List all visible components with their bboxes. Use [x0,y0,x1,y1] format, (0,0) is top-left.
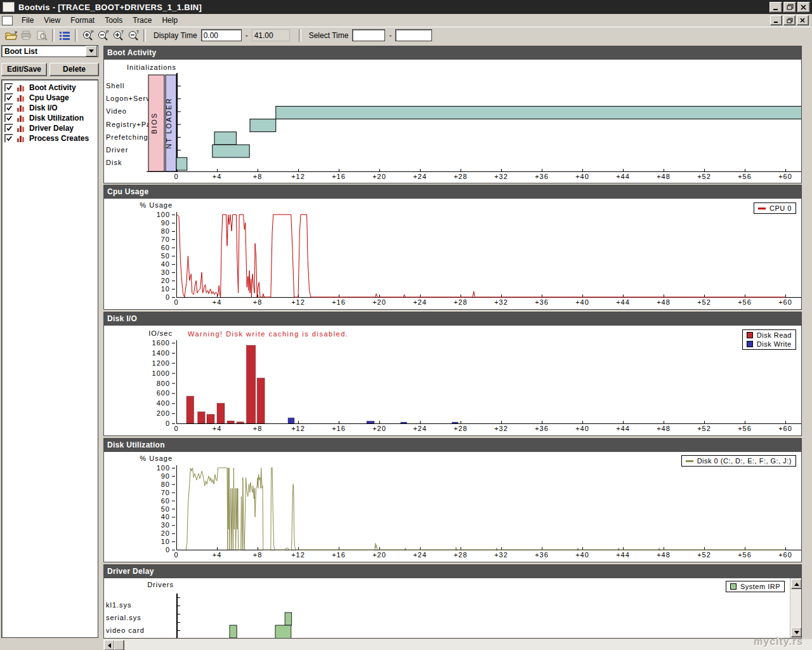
open-file-button[interactable] [4,29,19,43]
svg-text:kl1.sys: kl1.sys [106,601,132,609]
svg-text:Driver: Driver [106,146,128,154]
toolbar-separator [75,29,77,42]
zoom-in-t-button[interactable]: T [110,29,126,43]
combo-dropdown-button[interactable] [86,46,97,56]
menu-tools[interactable]: Tools [100,15,128,26]
svg-text:+56: +56 [738,173,752,180]
menu-trace[interactable]: Trace [128,15,157,26]
title-bar: Bootvis - [TRACE_BOOT+DRIVERS_1_1.BIN] [0,0,812,14]
checkbox-checked[interactable] [4,134,13,143]
mdi-minimize-button[interactable] [770,15,782,25]
svg-text:+8: +8 [253,425,263,432]
delete-button[interactable]: Delete [49,63,99,76]
driver-delay-chart: System IRP Driverskl1.sysserial.sysvideo… [104,578,801,638]
list-item-cpu-usage[interactable]: Cpu Usage [2,93,98,103]
window-title: Bootvis - [TRACE_BOOT+DRIVERS_1_1.BIN] [18,3,202,12]
svg-text:+20: +20 [372,425,386,432]
horizontal-scrollbar-thumb[interactable] [114,640,124,650]
svg-text:+36: +36 [535,425,549,432]
list-item-disk-io[interactable]: Disk I/O [2,103,98,113]
panel-title-driver-delay: Driver Delay [104,565,801,578]
svg-text:BIOS: BIOS [150,112,158,134]
checkbox-checked[interactable] [4,114,13,123]
select-time-from-input[interactable] [352,29,385,41]
svg-text:800: 800 [157,380,170,387]
mdi-restore-button[interactable] [783,15,796,25]
panel-cpu-usage: Cpu Usage CPU 0 % Usage01020304050607080… [103,185,802,310]
svg-text:+44: +44 [616,425,630,432]
list-item-label: Disk Utilization [29,114,84,123]
svg-text:+8: +8 [253,298,263,306]
menu-help[interactable]: Help [157,15,183,26]
list-item-boot-activity[interactable]: Boot Activity [2,83,98,93]
menu-view[interactable]: View [39,15,65,26]
svg-text:70: 70 [161,235,170,243]
toolbar-separator [52,29,55,42]
checkbox-checked[interactable] [4,124,13,133]
svg-text:+52: +52 [697,425,711,432]
zoom-out-t-icon: T [128,30,140,41]
document-icon[interactable] [2,16,13,25]
svg-text:+60: +60 [778,425,792,432]
svg-text:20: 20 [161,529,170,537]
checkbox-checked[interactable] [4,93,13,102]
mdi-close-button[interactable] [797,15,809,25]
svg-text:+12: +12 [291,173,305,180]
checkbox-checked[interactable] [4,83,13,92]
display-time-range-dash: - [246,31,248,40]
zoom-in-p-button[interactable]: P [80,29,95,43]
menu-file[interactable]: File [16,15,39,26]
details-list-button[interactable] [57,29,72,43]
scroll-left-button[interactable] [104,640,115,650]
display-time-to-input[interactable] [252,29,290,41]
chart-canvas-3: % Usage01020304050607080901000+4+8+12+16… [104,452,801,562]
print-preview-button[interactable] [34,29,49,43]
boot-list-listbox[interactable]: Boot Activity Cpu Usage Disk I/O Disk Ut… [1,79,98,638]
select-time-to-input[interactable] [395,29,432,41]
boot-list-combobox[interactable]: Boot List [1,45,98,57]
svg-text:+40: +40 [575,425,589,432]
svg-text:+16: +16 [332,551,346,559]
zoom-out-p-button[interactable]: P [95,29,110,43]
list-item-driver-delay[interactable]: Driver Delay [2,123,98,133]
list-item-disk-utilization[interactable]: Disk Utilization [2,113,98,123]
svg-text:+52: +52 [697,173,711,180]
svg-text:80: 80 [161,481,170,488]
check-icon [6,85,12,91]
svg-text:600: 600 [157,389,170,397]
checkbox-checked[interactable] [4,103,13,112]
panel-title-boot-activity: Boot Activity [104,46,801,60]
display-time-from-input[interactable] [201,29,242,41]
close-button[interactable] [797,2,810,13]
check-icon [6,126,12,131]
svg-text:0: 0 [166,420,170,427]
check-icon [6,136,12,142]
minimize-button[interactable] [769,2,782,13]
open-folder-icon [5,30,18,41]
svg-text:Disk: Disk [106,159,122,166]
zoom-out-t-button[interactable]: T [126,29,141,43]
bar-chart-icon [16,135,26,142]
svg-text:Prefetching: Prefetching [106,133,148,141]
list-item-process-creates[interactable]: Process Creates [2,133,98,143]
svg-text:+16: +16 [332,173,346,180]
check-icon [6,95,12,101]
menu-format[interactable]: Format [65,15,100,26]
svg-text:70: 70 [161,489,170,496]
legend-label: System IRP [740,583,780,590]
edit-save-button[interactable]: Edit/Save [1,63,47,76]
list-item-label: Process Creates [29,134,89,143]
restore-button[interactable] [783,2,796,13]
scroll-up-button[interactable] [791,579,801,589]
panel-driver-delay: Driver Delay System IRP Driverskl1.sysse… [103,564,802,639]
svg-text:30: 30 [161,521,170,529]
print-preview-icon [36,30,48,41]
svg-text:50: 50 [161,252,170,260]
list-item-label: Boot Activity [29,83,76,92]
driver-delay-vertical-scrollbar[interactable] [790,578,801,638]
svg-text:+8: +8 [253,551,263,559]
svg-text:+16: +16 [332,425,346,432]
print-button[interactable] [19,29,34,43]
horizontal-scrollbar[interactable] [103,639,812,650]
check-icon [6,116,12,121]
